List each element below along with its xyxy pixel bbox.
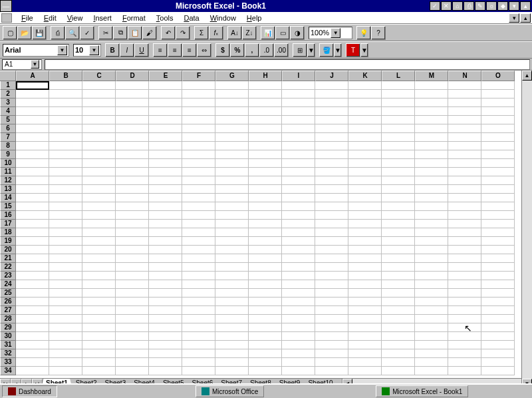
cell[interactable] bbox=[448, 289, 481, 298]
cell[interactable] bbox=[49, 246, 82, 254]
cell[interactable] bbox=[116, 133, 149, 142]
cell[interactable] bbox=[282, 202, 315, 211]
row-header[interactable]: 12 bbox=[0, 176, 16, 185]
row-header[interactable]: 19 bbox=[0, 237, 16, 246]
cell[interactable] bbox=[149, 107, 182, 116]
cell[interactable] bbox=[448, 133, 481, 142]
row-header[interactable]: 6 bbox=[0, 124, 16, 133]
cell[interactable] bbox=[82, 349, 116, 358]
cell[interactable] bbox=[315, 280, 348, 289]
cell[interactable] bbox=[249, 237, 282, 246]
cell[interactable] bbox=[49, 367, 82, 375]
cell[interactable] bbox=[82, 194, 116, 202]
cell[interactable] bbox=[49, 81, 82, 90]
cell[interactable] bbox=[182, 367, 215, 375]
cell[interactable] bbox=[16, 90, 49, 99]
cell[interactable] bbox=[481, 254, 515, 263]
cell[interactable] bbox=[348, 298, 382, 306]
taskbar-item-excel[interactable]: Microsoft Excel - Book1 bbox=[376, 385, 468, 397]
cell[interactable] bbox=[415, 202, 448, 211]
cell[interactable] bbox=[215, 349, 249, 358]
cell[interactable] bbox=[315, 358, 348, 367]
cell[interactable] bbox=[116, 142, 149, 150]
menu-format[interactable]: Format bbox=[117, 14, 151, 22]
cell[interactable] bbox=[49, 358, 82, 367]
cell[interactable] bbox=[182, 81, 215, 90]
cell[interactable] bbox=[82, 280, 116, 289]
align-left-icon[interactable]: ≡ bbox=[153, 43, 168, 57]
cell[interactable] bbox=[182, 116, 215, 124]
cell[interactable] bbox=[82, 107, 116, 116]
row-header[interactable]: 1 bbox=[0, 81, 16, 90]
cell[interactable] bbox=[382, 116, 415, 124]
cell[interactable] bbox=[415, 246, 448, 254]
cell[interactable] bbox=[348, 211, 382, 220]
cell[interactable] bbox=[182, 99, 215, 107]
cell[interactable] bbox=[182, 341, 215, 349]
cell[interactable] bbox=[182, 298, 215, 306]
cell[interactable] bbox=[149, 185, 182, 194]
cell[interactable] bbox=[282, 150, 315, 159]
cell[interactable] bbox=[481, 168, 515, 176]
cell[interactable] bbox=[116, 159, 149, 168]
cell[interactable] bbox=[348, 133, 382, 142]
cell[interactable] bbox=[315, 150, 348, 159]
name-box[interactable]: A1 ▼ bbox=[2, 59, 42, 70]
cell[interactable] bbox=[282, 194, 315, 202]
row-header[interactable]: 21 bbox=[0, 254, 16, 263]
cell[interactable] bbox=[415, 133, 448, 142]
cell[interactable] bbox=[116, 280, 149, 289]
cell[interactable] bbox=[415, 211, 448, 220]
cell[interactable] bbox=[16, 280, 49, 289]
cell[interactable] bbox=[448, 194, 481, 202]
cell[interactable] bbox=[82, 142, 116, 150]
cell[interactable] bbox=[116, 202, 149, 211]
system-menu-icon[interactable]: — bbox=[0, 0, 12, 12]
cell[interactable] bbox=[49, 280, 82, 289]
cell[interactable] bbox=[481, 124, 515, 133]
cell[interactable] bbox=[16, 306, 49, 315]
font-size-combo[interactable]: 10 ▼ bbox=[73, 44, 101, 57]
cell[interactable] bbox=[16, 332, 49, 341]
cell[interactable] bbox=[348, 142, 382, 150]
chart-wizard-icon[interactable]: 📊 bbox=[261, 26, 275, 40]
document-system-menu-icon[interactable] bbox=[1, 13, 12, 23]
cell[interactable] bbox=[82, 237, 116, 246]
dropdown-icon[interactable]: ▼ bbox=[57, 45, 67, 55]
cell[interactable] bbox=[415, 349, 448, 358]
cell[interactable] bbox=[215, 107, 249, 116]
cell[interactable] bbox=[282, 220, 315, 228]
taskbar-item-office[interactable]: Microsoft Office bbox=[196, 385, 264, 397]
cell[interactable] bbox=[16, 176, 49, 185]
cell[interactable] bbox=[249, 367, 282, 375]
menu-help[interactable]: Help bbox=[241, 14, 267, 22]
cell[interactable] bbox=[116, 99, 149, 107]
row-header[interactable]: 34 bbox=[0, 367, 16, 375]
cell[interactable] bbox=[249, 133, 282, 142]
cell[interactable] bbox=[249, 332, 282, 341]
copy-icon[interactable]: ⧉ bbox=[113, 26, 128, 40]
cell[interactable] bbox=[382, 124, 415, 133]
row-header[interactable]: 32 bbox=[0, 349, 16, 358]
cell[interactable] bbox=[82, 246, 116, 254]
cell[interactable] bbox=[315, 298, 348, 306]
cell[interactable] bbox=[116, 332, 149, 341]
cell[interactable] bbox=[282, 133, 315, 142]
scrollbar-track[interactable] bbox=[522, 81, 532, 379]
column-header[interactable]: C bbox=[82, 71, 116, 81]
cell[interactable] bbox=[415, 306, 448, 315]
column-header[interactable]: M bbox=[415, 71, 448, 81]
cell[interactable] bbox=[249, 142, 282, 150]
cell[interactable] bbox=[182, 168, 215, 176]
cell[interactable] bbox=[382, 202, 415, 211]
cell[interactable] bbox=[448, 81, 481, 90]
cell[interactable] bbox=[415, 107, 448, 116]
cell[interactable] bbox=[415, 367, 448, 375]
cell[interactable] bbox=[215, 124, 249, 133]
cell[interactable] bbox=[348, 90, 382, 99]
cell[interactable] bbox=[481, 332, 515, 341]
cell[interactable] bbox=[415, 315, 448, 323]
maximize-icon[interactable]: ▴ bbox=[520, 1, 531, 11]
cell[interactable] bbox=[282, 263, 315, 272]
cell[interactable] bbox=[348, 280, 382, 289]
